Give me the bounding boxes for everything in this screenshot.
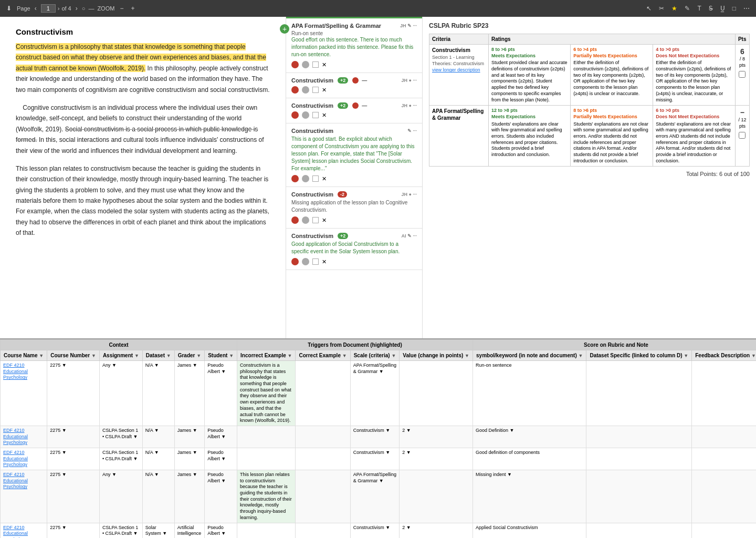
rubric-checkbox-2[interactable]: [739, 132, 746, 139]
ann-gray-btn-1[interactable]: [302, 61, 309, 68]
rubric-th-ratings: Ratings: [488, 34, 735, 45]
cell-feedback: [692, 448, 756, 470]
rubric-checkbox-1[interactable]: [739, 71, 746, 78]
annotation-actions-1: ✕: [291, 61, 417, 68]
filter-assignment[interactable]: ▼: [134, 353, 139, 358]
rubric-level-label-2-2: Partially Meets Expectations: [573, 114, 650, 120]
cell-course-name: EDF 4210 Educational Psychology: [1, 470, 47, 523]
filter-course-number[interactable]: ▼: [91, 353, 96, 358]
next-page-btn[interactable]: ›: [74, 4, 80, 13]
pen-tool[interactable]: ✎: [682, 4, 692, 13]
course-link[interactable]: EDF 4210 Educational Psychology: [3, 450, 28, 467]
rubric-level-label-1-2: Partially Meets Expectations: [573, 53, 650, 59]
cell-course-name: EDF 4210 Educational Psychology: [1, 361, 47, 426]
ann-checkbox-6[interactable]: [312, 258, 319, 265]
ann-gray-btn-5[interactable]: [302, 216, 309, 224]
select-tool[interactable]: ✂: [657, 4, 666, 13]
cell-feedback: [692, 426, 756, 448]
strikethrough-tool[interactable]: S̶: [707, 4, 715, 13]
ann-checkbox-5[interactable]: [312, 217, 319, 223]
more-tools[interactable]: ⋯: [741, 4, 752, 13]
ann-red-btn-2[interactable]: [291, 86, 299, 94]
filter-incorrect[interactable]: ▼: [288, 353, 292, 358]
ann-red-btn-3[interactable]: [291, 111, 299, 119]
ann-close-4[interactable]: ✕: [322, 175, 327, 182]
ann-close-2[interactable]: ✕: [322, 87, 327, 94]
annotation-badge-3: +2: [338, 102, 348, 109]
filter-correct[interactable]: ▼: [342, 353, 347, 358]
filter-grader[interactable]: ▼: [196, 353, 201, 358]
filter-course-name[interactable]: ▼: [39, 353, 44, 358]
ann-checkbox-4[interactable]: [312, 175, 319, 182]
filter-symbol[interactable]: ▼: [579, 353, 583, 358]
toolbar-separator: —: [88, 5, 94, 12]
ann-dot-2: [352, 77, 359, 84]
cell-dataset-specific: [586, 448, 692, 470]
highlight-tool[interactable]: ★: [669, 4, 679, 13]
shape-tool[interactable]: □: [730, 4, 738, 13]
course-link[interactable]: EDF 4210 Educational Psychology: [3, 525, 28, 539]
ann-close-3[interactable]: ✕: [322, 112, 327, 119]
cell-value: [400, 361, 473, 426]
table-row: EDF 4210 Educational Psychology2275 ▼CSL…: [1, 523, 757, 538]
ann-gray-btn-4[interactable]: [302, 175, 309, 182]
ann-red-btn-4[interactable]: [291, 175, 299, 182]
rubric-level-2-1: 12 to >8 pts: [491, 108, 568, 114]
cell-symbol: Good definition of components: [473, 448, 586, 470]
cell-incorrect: [237, 523, 296, 538]
rubric-cell-1-3: 4 to >0 pts Does Not Meet Expectations E…: [653, 45, 736, 106]
ann-checkbox-2[interactable]: [312, 87, 319, 93]
col-symbol: symbol/keyword (in note and document) ▼: [473, 350, 586, 361]
download-btn[interactable]: ⬇: [4, 4, 14, 13]
annotation-text-green-6: Good application of Social Constructivis…: [291, 241, 417, 255]
filter-feedback[interactable]: ▼: [751, 353, 756, 358]
ann-dash-3: —: [362, 103, 367, 109]
ann-checkbox-3[interactable]: [312, 112, 319, 118]
rubric-link-1[interactable]: view longer description: [432, 67, 480, 73]
rubric-panel: CSLPA Rubric SP23 Criteria Ratings Pts C…: [423, 17, 756, 338]
annotation-label-3: Constructivism: [291, 102, 333, 109]
page-input[interactable]: [41, 4, 56, 13]
annotation-title-6: Constructivism +2 AI ✎ ···: [291, 233, 417, 239]
ann-checkbox-1[interactable]: [312, 61, 319, 68]
col-student: Student ▼: [205, 350, 237, 361]
col-course-name: Course Name ▼: [1, 350, 47, 361]
ann-close-5[interactable]: ✕: [322, 217, 327, 224]
ann-red-btn-1[interactable]: [291, 61, 299, 68]
add-annotation-btn[interactable]: +: [280, 24, 289, 34]
ann-close-6[interactable]: ✕: [322, 258, 327, 265]
filter-student[interactable]: ▼: [229, 353, 234, 358]
filter-dataset-specific[interactable]: ▼: [684, 353, 688, 358]
annotation-text-green-1: Good effort on this sentence. There is t…: [291, 36, 417, 58]
zoom-label: ZOOM: [97, 5, 114, 12]
course-link[interactable]: EDF 4210 Educational Psychology: [3, 472, 28, 489]
zoom-in-btn[interactable]: +: [129, 4, 136, 13]
col-value: Value (change in points) ▼: [400, 350, 473, 361]
annotation-label-5: Constructivism: [291, 191, 333, 198]
ann-gray-btn-6[interactable]: [302, 258, 309, 265]
ann-gray-btn-2[interactable]: [302, 86, 309, 94]
filter-scale[interactable]: ▼: [391, 353, 396, 358]
ann-red-btn-6[interactable]: [291, 258, 299, 265]
rubric-pts-total-2: / 12 pts: [738, 117, 747, 129]
course-link[interactable]: EDF 4210 Educational Psychology: [3, 428, 28, 445]
bottom-table-wrapper[interactable]: Context Triggers from Document (highligh…: [0, 338, 756, 538]
cell-scale: APA Format/Spelling & Grammar ▼: [350, 361, 400, 426]
cursor-tool[interactable]: ↖: [644, 4, 654, 13]
rubric-row-1: Constructivism Section 1 - Learning Theo…: [429, 45, 750, 106]
underline-tool[interactable]: U̲: [718, 4, 727, 13]
zoom-out-btn[interactable]: −: [118, 4, 125, 13]
page-separator: ›: [58, 5, 60, 12]
ann-close-1[interactable]: ✕: [322, 61, 327, 68]
ann-gray-btn-3[interactable]: [302, 111, 309, 119]
strikethrough-text: Social constructivism is a social proces…: [16, 126, 258, 143]
prev-page-btn[interactable]: ‹: [33, 4, 39, 13]
course-link[interactable]: EDF 4210 Educational Psychology: [3, 363, 28, 380]
ann-red-btn-5[interactable]: [291, 216, 299, 224]
filter-dataset[interactable]: ▼: [166, 353, 171, 358]
rubric-criteria-sub-1: Section 1 - Learning Theories: Construct…: [432, 55, 486, 67]
text-tool[interactable]: T: [695, 4, 703, 13]
filter-value[interactable]: ▼: [465, 353, 469, 358]
rubric-level-label-1-3: Does Not Meet Expectations: [656, 53, 732, 59]
cell-course-number: 2275 ▼: [47, 426, 100, 448]
